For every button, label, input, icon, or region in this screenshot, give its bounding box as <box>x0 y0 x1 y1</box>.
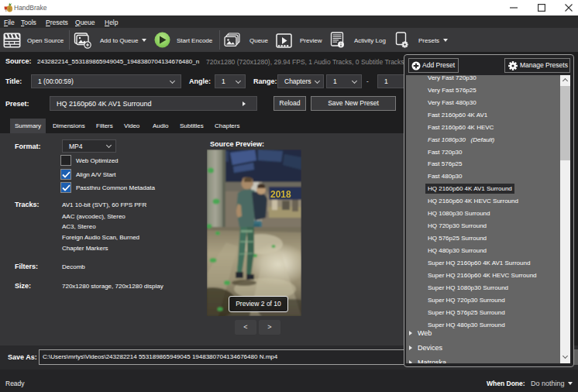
svg-text:2018: 2018 <box>270 189 291 200</box>
